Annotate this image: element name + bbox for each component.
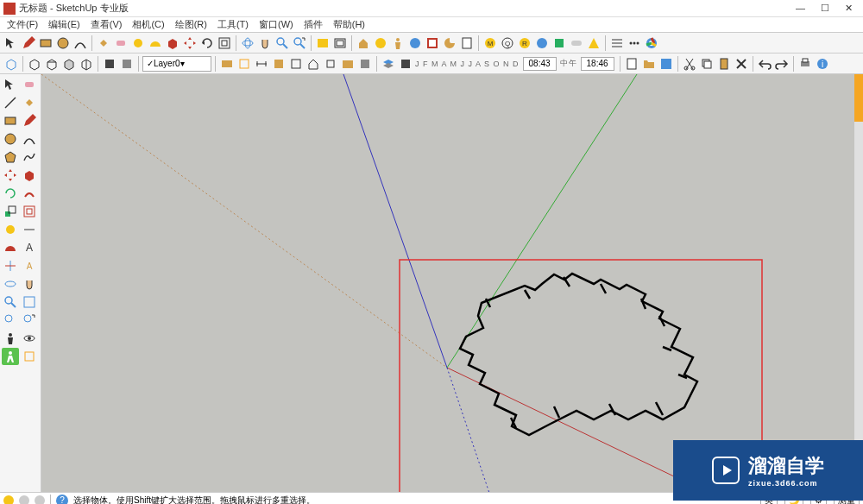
next-view-icon[interactable] <box>332 35 348 51</box>
prev-tool-icon[interactable] <box>2 312 19 329</box>
globe-2-icon[interactable] <box>534 35 550 51</box>
rotate-tool-icon[interactable] <box>2 185 19 202</box>
orbit-icon[interactable] <box>240 35 255 51</box>
window-icon[interactable] <box>425 35 440 51</box>
layers-icon[interactable] <box>381 56 396 72</box>
position-tool-icon[interactable] <box>2 330 19 347</box>
lines-icon[interactable] <box>609 35 625 51</box>
prev-view-icon[interactable] <box>315 35 331 51</box>
dims-tool-icon[interactable] <box>21 221 38 238</box>
house-3d-icon[interactable] <box>356 35 371 51</box>
doc-icon[interactable] <box>459 35 475 51</box>
protractor-icon[interactable] <box>148 35 163 51</box>
dims-icon[interactable] <box>254 56 269 72</box>
new-doc-icon[interactable] <box>624 56 639 72</box>
viewport[interactable] <box>41 74 854 492</box>
toggle-icon[interactable] <box>569 35 584 51</box>
paint-bucket-icon[interactable] <box>96 35 111 51</box>
pan-tool-icon[interactable] <box>21 275 38 293</box>
save-doc-icon[interactable] <box>658 56 674 72</box>
menu-view[interactable]: 查看(V) <box>87 18 126 31</box>
axes-icon[interactable] <box>288 56 304 72</box>
zoom-tool-icon[interactable] <box>2 293 19 311</box>
zoom-extents-icon[interactable] <box>292 35 307 51</box>
shaded-icon[interactable] <box>119 56 135 72</box>
layer-select[interactable]: ✓ Layer0 ▾ <box>142 56 211 72</box>
freehand-tool-icon[interactable] <box>21 148 38 166</box>
time-1[interactable]: 08:43 <box>523 57 557 71</box>
select-icon[interactable] <box>3 35 19 51</box>
undo-icon[interactable] <box>757 56 772 72</box>
push-pull-icon[interactable] <box>165 35 180 51</box>
move-icon[interactable] <box>182 35 198 51</box>
help-icon[interactable]: ? <box>56 495 68 505</box>
tape-tool-icon[interactable] <box>2 221 19 238</box>
protractor-tool-icon[interactable] <box>2 239 19 256</box>
polygon-tool-icon[interactable] <box>2 148 19 166</box>
text-tool2-icon[interactable]: A <box>21 239 38 256</box>
axes-tool-icon[interactable] <box>2 257 19 274</box>
menu-edit[interactable]: 编辑(E) <box>45 18 84 31</box>
close-button[interactable]: ✕ <box>845 3 853 14</box>
arc-tool-icon[interactable] <box>21 130 38 148</box>
cut-icon[interactable] <box>682 56 697 72</box>
paste-icon[interactable] <box>716 56 732 72</box>
folder-comp-icon[interactable] <box>340 56 356 72</box>
hand-icon[interactable] <box>257 35 273 51</box>
open-doc-icon[interactable] <box>641 56 657 72</box>
menu-help[interactable]: 帮助(H) <box>330 18 369 31</box>
menu-plugins[interactable]: 插件 <box>300 18 326 31</box>
offset-icon[interactable] <box>217 35 232 51</box>
arc-icon[interactable] <box>72 35 88 51</box>
time-2[interactable]: 18:46 <box>581 57 614 71</box>
right-scrollbar[interactable] <box>854 74 863 492</box>
walk-tool-icon[interactable] <box>2 348 19 365</box>
scale-tool-icon[interactable] <box>2 203 19 220</box>
pencil-icon[interactable] <box>21 35 36 51</box>
iso-view-icon[interactable] <box>3 56 19 72</box>
explode-icon[interactable] <box>61 56 77 72</box>
cube-icon[interactable] <box>323 56 338 72</box>
palette-icon[interactable] <box>442 35 457 51</box>
circle-icon[interactable] <box>55 35 71 51</box>
move-tool-icon[interactable] <box>2 167 19 184</box>
hidden-icon[interactable] <box>102 56 117 72</box>
paint-tool-icon[interactable] <box>21 94 38 111</box>
menu-camera[interactable]: 相机(C) <box>129 18 167 31</box>
pushpull-tool-icon[interactable] <box>21 167 38 184</box>
globe-icon[interactable] <box>407 35 423 51</box>
circle-tool-icon[interactable] <box>2 130 19 148</box>
line-tool-icon[interactable] <box>2 94 19 111</box>
house-icon[interactable] <box>306 56 321 72</box>
sun-icon[interactable] <box>398 56 413 72</box>
menu-window[interactable]: 窗口(W) <box>255 18 297 31</box>
group-icon[interactable] <box>44 56 60 72</box>
info-blue-icon[interactable]: i <box>815 56 830 72</box>
text-tool-icon[interactable] <box>271 56 287 72</box>
offset-tool-icon[interactable] <box>21 203 38 220</box>
menu-draw[interactable]: 绘图(R) <box>172 18 211 31</box>
look-tool-icon[interactable] <box>21 330 38 347</box>
pencil-tool-icon[interactable] <box>21 112 38 129</box>
eraser-icon[interactable] <box>113 35 129 51</box>
menu-tools[interactable]: 工具(T) <box>214 18 252 31</box>
person-icon[interactable] <box>390 35 406 51</box>
zoom-ext-tool-icon[interactable] <box>21 312 38 329</box>
chrome-icon[interactable] <box>644 35 659 51</box>
orbit-tool-icon[interactable] <box>2 275 19 293</box>
component-icon[interactable] <box>27 56 42 72</box>
extension-icon[interactable] <box>551 35 567 51</box>
select-tool-icon[interactable] <box>2 76 19 93</box>
minimize-button[interactable]: — <box>796 3 805 14</box>
maximize-button[interactable]: ☐ <box>821 3 829 14</box>
section-icon[interactable] <box>236 56 252 72</box>
zoom-icon[interactable] <box>274 35 290 51</box>
info-r-icon[interactable]: R <box>517 35 532 51</box>
3d-text-icon[interactable] <box>219 56 235 72</box>
rect-tool-icon[interactable] <box>2 112 19 129</box>
scrollbar-thumb[interactable] <box>854 74 863 122</box>
3dtext-tool-icon[interactable]: A <box>21 257 38 274</box>
section-tool-icon[interactable] <box>21 348 38 365</box>
star-q-icon[interactable]: Q <box>500 35 515 51</box>
paint-icon[interactable] <box>357 56 373 72</box>
